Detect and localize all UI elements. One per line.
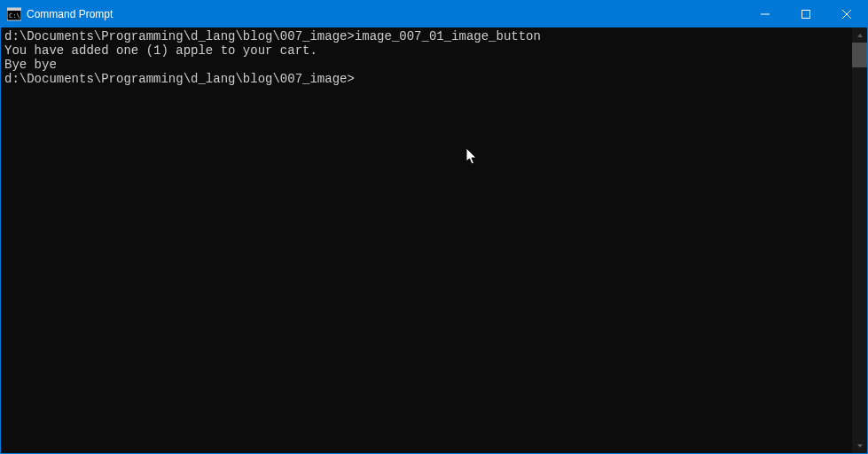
- terminal-line: You have added one (1) apple to your car…: [4, 43, 848, 58]
- scroll-down-arrow-icon[interactable]: [852, 438, 867, 453]
- prompt-text: d:\Documents\Programming\d_lang\blog\007…: [4, 29, 355, 43]
- scroll-thumb[interactable]: [852, 43, 867, 67]
- svg-rect-4: [802, 11, 810, 19]
- prompt-text: d:\Documents\Programming\d_lang\blog\007…: [4, 72, 355, 86]
- scroll-track[interactable]: [852, 43, 867, 438]
- minimize-button[interactable]: [745, 1, 786, 27]
- svg-text:C:\: C:\: [9, 12, 20, 20]
- titlebar[interactable]: C:\ Command Prompt: [1, 1, 867, 27]
- terminal-output[interactable]: d:\Documents\Programming\d_lang\blog\007…: [1, 27, 852, 453]
- client-area: d:\Documents\Programming\d_lang\blog\007…: [1, 27, 867, 453]
- command-prompt-window: C:\ Command Prompt d:\Documents\Programm…: [0, 0, 868, 454]
- svg-marker-8: [857, 444, 863, 448]
- svg-rect-1: [7, 8, 21, 11]
- cmd-icon: C:\: [7, 7, 21, 21]
- terminal-line: d:\Documents\Programming\d_lang\blog\007…: [4, 72, 848, 86]
- command-text: image_007_01_image_button: [355, 29, 541, 43]
- close-button[interactable]: [826, 1, 867, 27]
- window-controls: [745, 1, 867, 27]
- vertical-scrollbar[interactable]: [852, 27, 867, 453]
- terminal-line: Bye bye: [4, 58, 848, 72]
- svg-marker-7: [857, 34, 863, 37]
- terminal-line: d:\Documents\Programming\d_lang\blog\007…: [4, 29, 848, 43]
- scroll-up-arrow-icon[interactable]: [852, 27, 867, 43]
- window-title: Command Prompt: [27, 8, 113, 20]
- maximize-button[interactable]: [786, 1, 826, 27]
